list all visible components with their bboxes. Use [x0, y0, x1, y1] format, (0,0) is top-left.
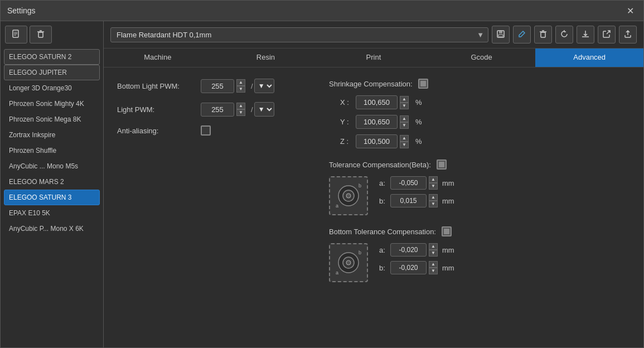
svg-point-16 — [346, 194, 351, 198]
export-button[interactable] — [598, 26, 616, 44]
z-row: Z : ▲ ▼ % — [340, 134, 630, 148]
bottom-circle-ab-diagram: a b — [335, 249, 362, 277]
tab-machine[interactable]: Machine — [104, 49, 212, 67]
light-pwm-select[interactable]: ▼ — [254, 102, 274, 117]
close-button[interactable]: ✕ — [623, 4, 637, 17]
x-up[interactable]: ▲ — [400, 96, 409, 103]
light-pwm-spinner: ▲ ▼ — [236, 103, 245, 116]
sidebar-item-3[interactable]: Phrozen Sonic Mighty 4K — [4, 96, 100, 112]
sidebar: ELEGOO SATURN 2ELEGOO JUPITERLonger 3D O… — [1, 21, 104, 347]
circle-ab-diagram: a b — [335, 182, 362, 210]
save-profile-button[interactable] — [492, 26, 510, 44]
light-pwm-row: Light PWM: ▲ ▼ / ▼ — [117, 102, 284, 117]
sidebar-item-1[interactable]: ELEGOO JUPITER — [4, 65, 100, 80]
y-up[interactable]: ▲ — [400, 115, 409, 122]
tolerance-b-down[interactable]: ▼ — [429, 201, 438, 207]
bottom-tolerance-checkbox[interactable] — [442, 226, 452, 236]
tolerance-b-label: b: — [379, 197, 386, 205]
tolerance-ab-inputs: a: ▲ ▼ mm — [379, 176, 454, 207]
sidebar-item-11[interactable]: AnyCubic P... Mono X 6K — [4, 221, 100, 236]
bottom-tolerance-a-down[interactable]: ▼ — [429, 250, 438, 257]
tolerance-a-up[interactable]: ▲ — [429, 176, 438, 183]
light-pwm-up[interactable]: ▲ — [236, 103, 245, 109]
sidebar-item-10[interactable]: EPAX E10 5K — [4, 205, 100, 221]
import-button[interactable] — [619, 26, 637, 44]
x-axis-label: X : — [340, 98, 351, 107]
y-axis-label: Y : — [340, 118, 351, 126]
bottom-light-pwm-select[interactable]: ▼ — [254, 79, 274, 93]
bottom-tolerance-b-input-group: ▲ ▼ — [390, 261, 438, 274]
sidebar-item-6[interactable]: Phrozen Shuffle — [4, 143, 100, 158]
bottom-tolerance-header: Bottom Tolerance Compensation: — [329, 226, 630, 236]
bottom-light-pwm-slash-group: / ▼ — [251, 79, 274, 93]
bottom-tolerance-b-mm: mm — [442, 264, 454, 272]
toolbar: Flame Retardant HDT 0,1mm ▼ — [104, 21, 643, 49]
sidebar-item-0[interactable]: ELEGOO SATURN 2 — [4, 49, 100, 65]
tolerance-b-input[interactable] — [390, 194, 427, 207]
bottom-tolerance-a-up[interactable]: ▲ — [429, 243, 438, 250]
sidebar-item-9[interactable]: ELEGOO SATURN 3 — [4, 190, 100, 205]
sidebar-item-2[interactable]: Longer 3D Orange30 — [4, 80, 100, 96]
z-value-input[interactable] — [356, 134, 398, 148]
light-pwm-input[interactable] — [201, 103, 234, 117]
x-spinner: ▲ ▼ — [400, 96, 409, 109]
bottom-tolerance-b-row: b: ▲ ▼ mm — [379, 261, 454, 274]
tab-advanced[interactable]: Advanced — [535, 49, 643, 67]
edit-profile-button[interactable] — [513, 26, 531, 44]
toolbar-trash-icon — [539, 30, 548, 40]
tab-resin[interactable]: Resin — [212, 49, 320, 67]
bottom-tolerance-body: a b a: ▲ — [329, 243, 630, 282]
y-input-group: ▲ ▼ — [356, 115, 409, 129]
refresh-icon — [560, 30, 569, 40]
diagram-a-label: a — [336, 203, 338, 209]
new-profile-button[interactable] — [5, 26, 27, 44]
z-axis-label: Z : — [340, 137, 351, 146]
anti-aliasing-checkbox[interactable] — [201, 125, 211, 136]
bottom-tolerance-b-down[interactable]: ▼ — [429, 268, 438, 274]
download-icon — [581, 30, 590, 40]
tolerance-checkbox[interactable] — [437, 160, 447, 170]
refresh-button[interactable] — [555, 26, 573, 44]
window-title: Settings — [7, 6, 36, 15]
light-pwm-down[interactable]: ▼ — [236, 109, 245, 116]
bottom-tolerance-b-label: b: — [379, 264, 386, 272]
x-value-input[interactable] — [356, 95, 398, 109]
bottom-light-pwm-label: Bottom Light PWM: — [117, 82, 195, 90]
y-value-input[interactable] — [356, 115, 398, 129]
bottom-tolerance-b-input[interactable] — [390, 261, 427, 274]
profile-select[interactable]: Flame Retardant HDT 0,1mm — [110, 27, 488, 42]
sidebar-item-7[interactable]: AnyCubic ... Mono M5s — [4, 158, 100, 174]
bottom-light-pwm-spinner: ▲ ▼ — [236, 79, 245, 93]
tab-gcode[interactable]: Gcode — [428, 49, 536, 67]
slash-label-2: / — [251, 105, 253, 114]
z-down[interactable]: ▼ — [400, 142, 409, 148]
x-down[interactable]: ▼ — [400, 103, 409, 109]
bottom-tolerance-b-up[interactable]: ▲ — [429, 261, 438, 268]
bottom-light-pwm-input[interactable] — [201, 79, 234, 93]
y-down[interactable]: ▼ — [400, 122, 409, 129]
download-button[interactable] — [577, 26, 594, 44]
bottom-tolerance-a-input[interactable] — [390, 243, 427, 257]
bottom-tolerance-section: Bottom Tolerance Compensation: — [329, 226, 630, 282]
delete-toolbar-button[interactable] — [534, 26, 552, 44]
tolerance-b-up[interactable]: ▲ — [429, 194, 438, 201]
tolerance-a-label: a: — [379, 179, 386, 187]
z-input-group: ▲ ▼ — [356, 134, 409, 148]
sidebar-item-4[interactable]: Phrozen Sonic Mega 8K — [4, 112, 100, 127]
light-pwm-label: Light PWM: — [117, 105, 195, 114]
bottom-light-pwm-up[interactable]: ▲ — [236, 79, 245, 86]
delete-profile-button[interactable] — [30, 26, 52, 44]
sidebar-item-8[interactable]: ELEGOO MARS 2 — [4, 174, 100, 190]
shrinkage-checkbox[interactable] — [418, 79, 428, 89]
tab-print[interactable]: Print — [319, 49, 428, 67]
tolerance-a-input[interactable] — [390, 176, 427, 190]
z-up[interactable]: ▲ — [400, 135, 409, 142]
svg-rect-4 — [38, 32, 43, 37]
bottom-light-pwm-down[interactable]: ▼ — [236, 86, 245, 93]
svg-rect-8 — [499, 31, 502, 33]
edit-icon — [517, 30, 526, 40]
sidebar-item-5[interactable]: Zortrax Inkspire — [4, 127, 100, 143]
svg-rect-10 — [541, 32, 545, 37]
tolerance-a-down[interactable]: ▼ — [429, 183, 438, 190]
tolerance-body: a b a: ▲ — [329, 176, 630, 215]
